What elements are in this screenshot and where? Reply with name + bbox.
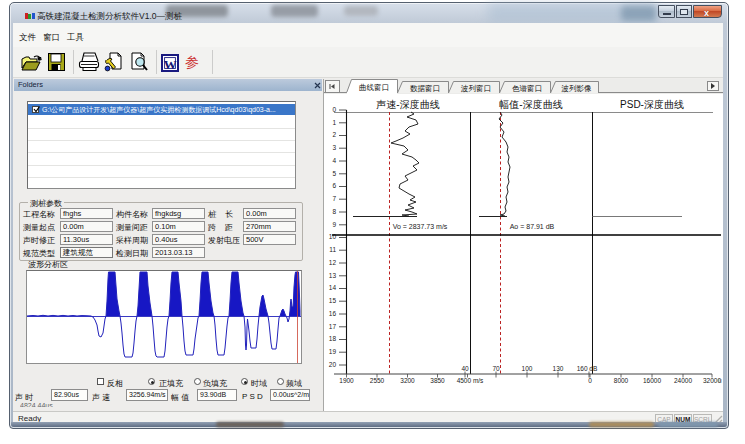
svg-text:数据窗口: 数据窗口: [410, 84, 440, 93]
svg-text:2: 2: [332, 131, 336, 138]
svg-text:8: 8: [332, 208, 336, 215]
svg-text:8000: 8000: [614, 377, 629, 384]
svg-text:130: 130: [553, 365, 564, 372]
svg-text:70: 70: [492, 365, 500, 372]
svg-text:1900: 1900: [339, 377, 354, 384]
svg-text:18: 18: [329, 335, 337, 342]
svg-text:波列影像: 波列影像: [561, 84, 593, 93]
svg-text:14: 14: [329, 284, 337, 291]
svg-text:Ao = 87.91 dB: Ao = 87.91 dB: [510, 223, 555, 230]
svg-text:Vo = 2837.73 m/s: Vo = 2837.73 m/s: [393, 223, 448, 230]
svg-text:7: 7: [332, 195, 336, 202]
svg-text:波列窗口: 波列窗口: [460, 84, 491, 93]
svg-text:24000: 24000: [674, 377, 692, 384]
svg-text:19: 19: [329, 348, 337, 355]
svg-text:0: 0: [588, 377, 592, 384]
svg-text:3: 3: [332, 144, 336, 151]
svg-text:曲线窗口: 曲线窗口: [359, 83, 389, 92]
svg-text:6: 6: [332, 182, 336, 189]
svg-text:声速-深度曲线: 声速-深度曲线: [376, 99, 439, 110]
svg-text:5: 5: [332, 170, 336, 177]
svg-text:9: 9: [332, 221, 336, 228]
svg-text:2550: 2550: [370, 377, 385, 384]
svg-text:40: 40: [461, 365, 469, 372]
svg-text:16000: 16000: [643, 377, 661, 384]
svg-text:1: 1: [332, 119, 336, 126]
svg-text:色谱窗口: 色谱窗口: [512, 84, 542, 93]
svg-text:12: 12: [329, 259, 337, 266]
svg-text:4500 m/s: 4500 m/s: [457, 377, 484, 384]
svg-text:3850: 3850: [430, 377, 445, 384]
svg-text:11: 11: [329, 246, 336, 253]
svg-text:15: 15: [329, 297, 337, 304]
svg-text:160 dB: 160 dB: [577, 365, 598, 372]
svg-text:3200: 3200: [400, 377, 415, 384]
svg-text:16: 16: [329, 310, 337, 317]
svg-text:幅值-深度曲线: 幅值-深度曲线: [499, 99, 562, 110]
svg-text:u: u: [718, 377, 722, 384]
svg-text:4: 4: [332, 157, 336, 164]
svg-text:W: W: [164, 57, 177, 72]
svg-text:0: 0: [332, 106, 336, 113]
svg-text:100: 100: [522, 365, 533, 372]
svg-text:PSD-深度曲线: PSD-深度曲线: [620, 99, 684, 110]
svg-text:17: 17: [329, 323, 337, 330]
svg-text:20: 20: [329, 361, 337, 368]
svg-text:13: 13: [329, 272, 337, 279]
